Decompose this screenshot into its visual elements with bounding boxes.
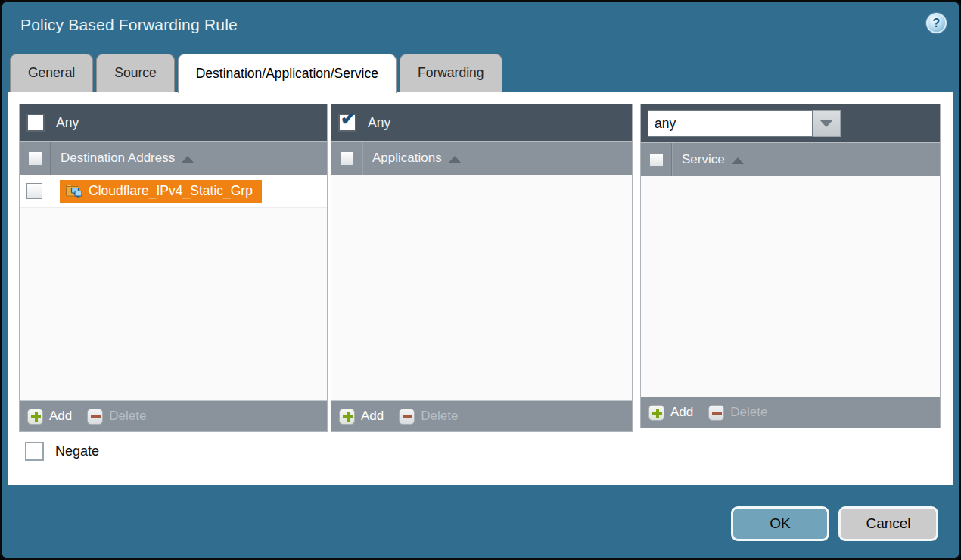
destination-add-button[interactable]: Add: [27, 409, 72, 425]
address-group-icon: [65, 183, 82, 198]
delete-minus-icon: [399, 409, 415, 425]
sort-ascending-icon: [732, 157, 744, 164]
list-item: Cloudflare_IPv4_Static_Grp: [20, 175, 327, 208]
tab-content-panel: Any Destination Address: [8, 92, 953, 485]
dialog-title: Policy Based Forwarding Rule: [20, 16, 238, 34]
service-list: [641, 176, 940, 397]
applications-header-label: Applications: [372, 151, 442, 166]
service-header-row: Service: [641, 142, 940, 176]
applications-list: [331, 175, 632, 400]
applications-footer-bar: Add Delete: [331, 400, 632, 431]
tab-destination-application-service[interactable]: Destination/Application/Service: [178, 54, 397, 93]
negate-row: Negate: [25, 442, 99, 461]
add-plus-icon: [339, 409, 355, 425]
destination-item-label: Cloudflare_IPv4_Static_Grp: [89, 183, 253, 199]
applications-any-bar: Any: [331, 104, 632, 141]
service-delete-button[interactable]: Delete: [708, 405, 767, 421]
destination-add-label: Add: [49, 409, 72, 424]
service-delete-label: Delete: [730, 405, 767, 420]
applications-delete-button[interactable]: Delete: [399, 409, 458, 425]
tab-source[interactable]: Source: [96, 54, 174, 92]
applications-select-all-checkbox[interactable]: [340, 151, 354, 166]
service-dropdown-bar: any: [641, 104, 940, 142]
destination-address-column: Any Destination Address: [19, 104, 328, 432]
applications-column: Any Applications Add: [331, 104, 633, 432]
applications-delete-label: Delete: [421, 409, 458, 424]
service-select-all-checkbox[interactable]: [649, 153, 664, 167]
service-type-value[interactable]: any: [648, 110, 813, 137]
applications-any-checkbox[interactable]: [338, 114, 356, 132]
tab-forwarding[interactable]: Forwarding: [400, 54, 502, 92]
service-footer-bar: Add Delete: [641, 397, 940, 428]
negate-label: Negate: [55, 443, 99, 459]
destination-address-column-header[interactable]: Destination Address: [51, 142, 194, 175]
negate-checkbox[interactable]: [25, 442, 44, 461]
delete-minus-icon: [87, 409, 103, 425]
destination-item-selected[interactable]: Cloudflare_IPv4_Static_Grp: [60, 180, 262, 203]
service-select-all-cell: [641, 143, 672, 176]
destination-item-checkbox[interactable]: [26, 183, 42, 199]
applications-column-header[interactable]: Applications: [362, 142, 461, 175]
service-add-label: Add: [670, 405, 693, 420]
pbf-rule-dialog: Policy Based Forwarding Rule ? General S…: [0, 0, 961, 560]
destination-select-all-checkbox[interactable]: [28, 151, 42, 166]
destination-address-header-row: Destination Address: [20, 141, 327, 175]
tab-bar: General Source Destination/Application/S…: [10, 54, 505, 93]
applications-select-all-cell: [331, 142, 362, 175]
destination-any-checkbox[interactable]: [26, 114, 45, 132]
destination-delete-button[interactable]: Delete: [87, 409, 146, 425]
service-column: any Service: [640, 104, 941, 428]
service-column-header[interactable]: Service: [672, 143, 744, 176]
help-icon[interactable]: ?: [926, 13, 947, 33]
destination-address-list: Cloudflare_IPv4_Static_Grp: [20, 175, 327, 400]
applications-add-button[interactable]: Add: [339, 409, 384, 425]
service-add-button[interactable]: Add: [648, 405, 693, 421]
destination-delete-label: Delete: [109, 409, 146, 424]
sort-ascending-icon: [182, 156, 194, 163]
destination-any-bar: Any: [20, 104, 327, 141]
destination-footer-bar: Add Delete: [20, 400, 327, 431]
applications-add-label: Add: [361, 409, 384, 424]
tab-general[interactable]: General: [10, 54, 93, 92]
service-type-dropdown[interactable]: any: [648, 110, 841, 137]
add-plus-icon: [27, 409, 43, 425]
delete-minus-icon: [708, 405, 724, 421]
dialog-frame: Policy Based Forwarding Rule ? General S…: [0, 0, 961, 560]
chevron-down-icon: [819, 120, 833, 127]
cancel-button[interactable]: Cancel: [838, 506, 938, 541]
applications-header-row: Applications: [331, 141, 632, 175]
destination-select-all-cell: [20, 142, 51, 175]
sort-ascending-icon: [449, 156, 461, 163]
applications-any-label: Any: [368, 115, 390, 131]
ok-button[interactable]: OK: [731, 506, 829, 541]
service-header-label: Service: [682, 152, 725, 167]
add-plus-icon: [648, 405, 664, 421]
destination-any-label: Any: [56, 115, 79, 131]
destination-address-header-label: Destination Address: [61, 151, 175, 166]
service-dropdown-button[interactable]: [813, 110, 841, 137]
